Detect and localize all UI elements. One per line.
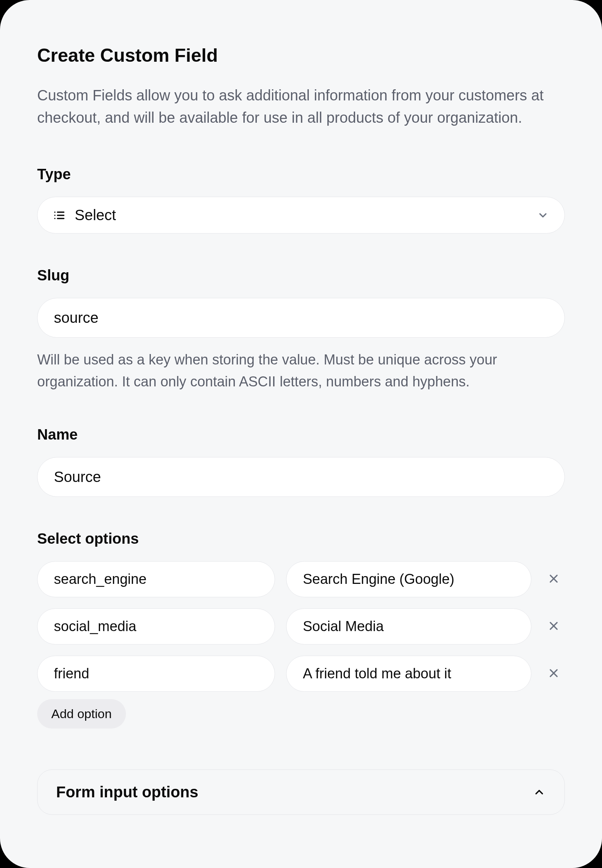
- name-field-group: Name: [37, 426, 565, 497]
- option-label-input[interactable]: [286, 561, 531, 597]
- remove-option-button[interactable]: [542, 662, 565, 685]
- type-label: Type: [37, 166, 565, 183]
- chevron-up-icon: [533, 785, 546, 799]
- slug-input[interactable]: [37, 298, 565, 338]
- add-option-button[interactable]: Add option: [37, 699, 126, 728]
- name-input[interactable]: [37, 457, 565, 497]
- remove-option-button[interactable]: [542, 568, 565, 590]
- type-select[interactable]: Select: [37, 197, 565, 234]
- slug-label: Slug: [37, 267, 565, 284]
- option-label-input[interactable]: [286, 656, 531, 692]
- slug-field-group: Slug Will be used as a key when storing …: [37, 267, 565, 393]
- option-key-input[interactable]: [37, 608, 275, 645]
- option-key-input[interactable]: [37, 561, 275, 597]
- svg-point-2: [54, 215, 55, 216]
- list-icon: [52, 209, 66, 222]
- form-input-options-title: Form input options: [56, 783, 198, 801]
- close-icon: [547, 619, 561, 634]
- option-key-input[interactable]: [37, 656, 275, 692]
- svg-point-4: [54, 217, 55, 219]
- name-label: Name: [37, 426, 565, 443]
- option-label-input[interactable]: [286, 608, 531, 645]
- close-icon: [547, 572, 561, 586]
- page-title: Create Custom Field: [37, 45, 565, 66]
- options-list: [37, 561, 565, 692]
- option-row: [37, 656, 565, 692]
- form-input-options-toggle[interactable]: Form input options: [37, 770, 565, 815]
- type-field-group: Type Select: [37, 166, 565, 234]
- select-options-label: Select options: [37, 530, 565, 547]
- chevron-down-icon: [536, 209, 550, 222]
- select-options-group: Select options: [37, 530, 565, 728]
- option-row: [37, 561, 565, 597]
- close-icon: [547, 666, 561, 681]
- remove-option-button[interactable]: [542, 615, 565, 637]
- page-description: Custom Fields allow you to ask additiona…: [37, 84, 565, 129]
- type-select-value: Select: [75, 207, 527, 223]
- create-custom-field-panel: Create Custom Field Custom Fields allow …: [0, 0, 602, 868]
- option-row: [37, 608, 565, 645]
- slug-help-text: Will be used as a key when storing the v…: [37, 349, 565, 393]
- svg-point-0: [54, 211, 55, 212]
